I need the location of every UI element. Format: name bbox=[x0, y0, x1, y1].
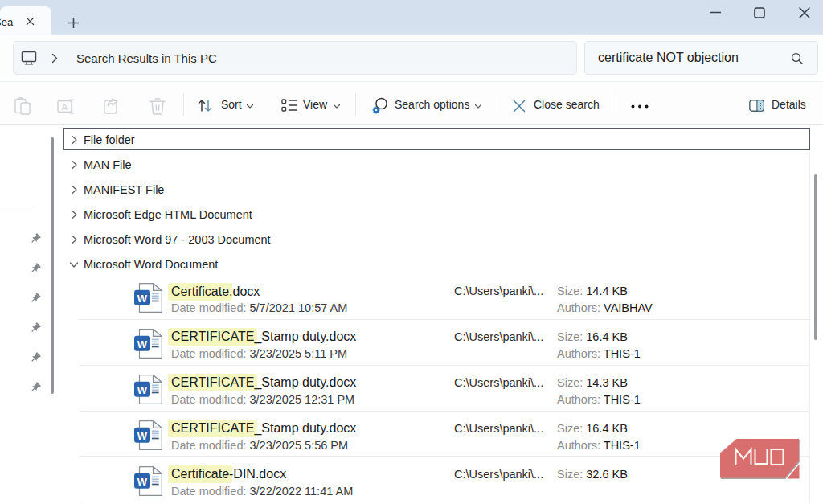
svg-text:W: W bbox=[137, 476, 148, 488]
svg-text:W: W bbox=[137, 430, 148, 442]
svg-text:W: W bbox=[137, 293, 148, 305]
svg-text:W: W bbox=[137, 384, 148, 396]
svg-text:W: W bbox=[137, 338, 148, 350]
svg-text:A: A bbox=[62, 102, 68, 112]
